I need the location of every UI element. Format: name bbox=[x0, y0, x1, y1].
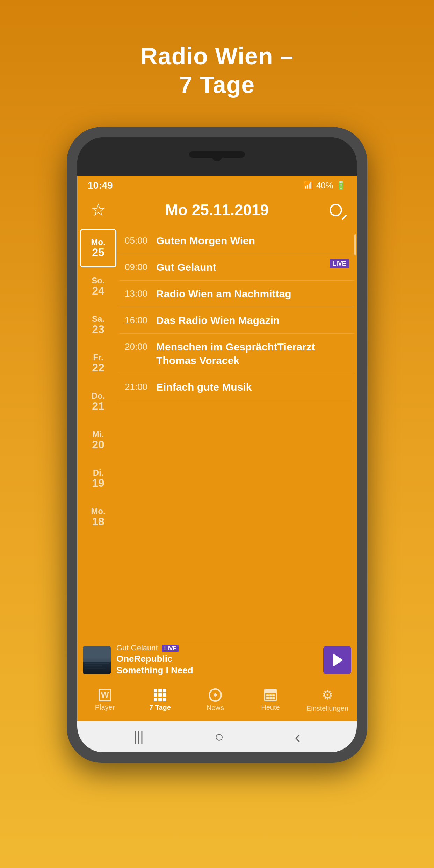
program-item-1[interactable]: 09:00 Gut Gelaunt LIVE bbox=[119, 254, 354, 281]
page-title: Radio Wien – 7 Tage bbox=[140, 42, 294, 99]
program-list[interactable]: 05:00 Guten Morgen Wien 09:00 Gut Gelaun… bbox=[119, 227, 354, 641]
android-recents-button[interactable]: ||| bbox=[134, 729, 144, 744]
bottom-nav: W Player 7 Tage News bbox=[77, 679, 357, 721]
svg-rect-2 bbox=[85, 663, 109, 664]
program-item-2[interactable]: 13:00 Radio Wien am Nachmittag bbox=[119, 281, 354, 307]
nav-item-7tage[interactable]: 7 Tage bbox=[141, 689, 179, 711]
now-playing-artist: OneRepublic bbox=[116, 653, 318, 664]
status-bar: 10:49 📶 40% 🔋 bbox=[77, 176, 357, 194]
program-item-4[interactable]: 20:00 Menschen im GesprächtTierarzt Thom… bbox=[119, 334, 354, 374]
battery-text: 40% bbox=[316, 181, 333, 190]
heute-icon bbox=[264, 689, 277, 701]
nav-item-einstellungen[interactable]: ⚙ Einstellungen bbox=[306, 688, 348, 713]
nav-label-7tage: 7 Tage bbox=[149, 703, 171, 711]
news-icon bbox=[209, 688, 222, 702]
now-playing-song: Something I Need bbox=[116, 665, 318, 676]
header-date: Mo 25.11.2019 bbox=[165, 201, 269, 219]
nav-item-news[interactable]: News bbox=[196, 688, 234, 712]
7tage-icon bbox=[154, 689, 166, 701]
svg-rect-0 bbox=[83, 646, 111, 674]
android-home-button[interactable]: ○ bbox=[215, 728, 224, 745]
phone-inner: 10:49 📶 40% 🔋 ☆ Mo 25.11.2019 bbox=[77, 137, 357, 752]
content-area: Mo. 25 So. 24 Sa. 23 Fr. 22 bbox=[77, 227, 357, 641]
android-back-button[interactable]: ‹ bbox=[295, 727, 300, 746]
day-item-fr22[interactable]: Fr. 22 bbox=[77, 344, 119, 383]
nav-item-player[interactable]: W Player bbox=[86, 689, 124, 711]
day-item-mo25[interactable]: Mo. 25 bbox=[80, 229, 116, 267]
thumb-image bbox=[83, 646, 111, 674]
day-item-do21[interactable]: Do. 21 bbox=[77, 383, 119, 421]
nav-label-einstellungen: Einstellungen bbox=[306, 704, 348, 713]
signal-icon: 📶 bbox=[303, 181, 313, 190]
app-header: ☆ Mo 25.11.2019 bbox=[77, 194, 357, 227]
now-playing-show: Gut Gelaunt LIVE bbox=[116, 644, 318, 652]
now-playing-info: Gut Gelaunt LIVE OneRepublic Something I… bbox=[111, 644, 323, 676]
nav-label-player: Player bbox=[95, 703, 115, 711]
program-item-5[interactable]: 21:00 Einfach gute Musik bbox=[119, 374, 354, 400]
day-item-sa23[interactable]: Sa. 23 bbox=[77, 306, 119, 344]
phone-bezel-top bbox=[77, 137, 357, 176]
play-icon bbox=[333, 654, 343, 666]
phone-screen: 10:49 📶 40% 🔋 ☆ Mo 25.11.2019 bbox=[77, 176, 357, 721]
nav-item-heute[interactable]: Heute bbox=[251, 689, 290, 711]
svg-rect-4 bbox=[85, 668, 106, 669]
android-nav-bar: ||| ○ ‹ bbox=[77, 721, 357, 752]
star-icon: ☆ bbox=[91, 202, 106, 218]
phone-camera bbox=[212, 152, 222, 161]
search-icon bbox=[330, 204, 342, 216]
day-item-mo18[interactable]: Mo. 18 bbox=[77, 498, 119, 536]
svg-rect-3 bbox=[85, 665, 102, 666]
now-playing-live-badge: LIVE bbox=[162, 645, 179, 652]
status-time: 10:49 bbox=[88, 180, 113, 191]
program-item-3[interactable]: 16:00 Das Radio Wien Magazin bbox=[119, 307, 354, 334]
nav-label-news: News bbox=[207, 704, 224, 712]
player-icon: W bbox=[99, 689, 111, 701]
live-badge: LIVE bbox=[330, 259, 349, 268]
battery-icon: 🔋 bbox=[336, 181, 346, 190]
favorite-button[interactable]: ☆ bbox=[88, 200, 109, 220]
scroll-thumb bbox=[354, 234, 356, 255]
album-art bbox=[83, 646, 111, 674]
einstellungen-icon: ⚙ bbox=[322, 688, 333, 702]
program-item-0[interactable]: 05:00 Guten Morgen Wien bbox=[119, 227, 354, 254]
scroll-indicator bbox=[354, 227, 357, 641]
now-playing-bar[interactable]: Gut Gelaunt LIVE OneRepublic Something I… bbox=[77, 641, 357, 679]
play-button[interactable] bbox=[323, 646, 351, 674]
day-item-so24[interactable]: So. 24 bbox=[77, 267, 119, 306]
day-item-di19[interactable]: Di. 19 bbox=[77, 460, 119, 498]
phone-frame: 10:49 📶 40% 🔋 ☆ Mo 25.11.2019 bbox=[67, 127, 367, 763]
day-item-mi20[interactable]: Mi. 20 bbox=[77, 421, 119, 460]
day-sidebar: Mo. 25 So. 24 Sa. 23 Fr. 22 bbox=[77, 227, 119, 641]
status-icons: 📶 40% 🔋 bbox=[303, 181, 346, 190]
nav-label-heute: Heute bbox=[261, 703, 280, 711]
search-button[interactable] bbox=[325, 200, 346, 220]
svg-rect-1 bbox=[83, 662, 111, 674]
